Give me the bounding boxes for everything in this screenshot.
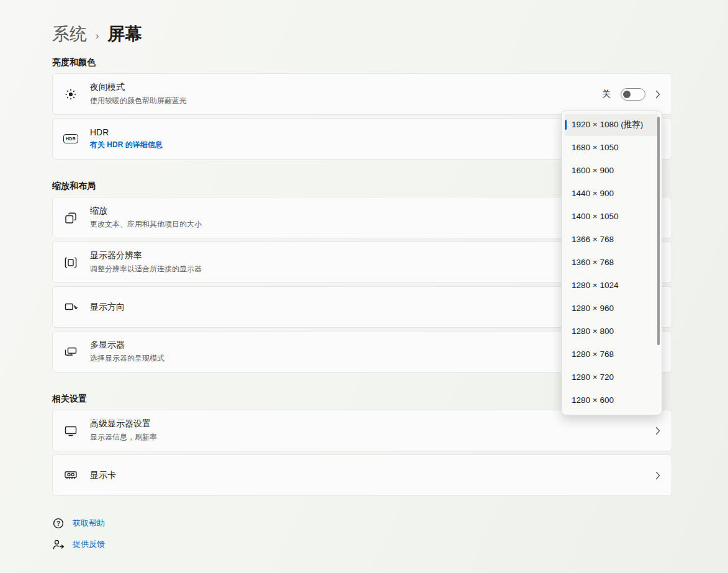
feedback-icon bbox=[52, 538, 65, 551]
give-feedback-label: 提供反馈 bbox=[73, 539, 105, 550]
resolution-option-label: 1920 × 1080 (推荐) bbox=[572, 120, 643, 129]
night-light-row[interactable]: 夜间模式 使用较暖的颜色帮助屏蔽蓝光 关 bbox=[52, 73, 672, 115]
night-light-subtitle: 使用较暖的颜色帮助屏蔽蓝光 bbox=[90, 96, 602, 106]
give-feedback-link[interactable]: 提供反馈 bbox=[52, 538, 672, 551]
resolution-flyout: 1920 × 1080 (推荐) 1680 × 1050 1600 × 900 … bbox=[561, 111, 662, 415]
chevron-right-icon bbox=[655, 90, 660, 99]
resolution-option-label: 1280 × 960 bbox=[572, 304, 614, 313]
resolution-option[interactable]: 1920 × 1080 (推荐) bbox=[565, 114, 658, 136]
resolution-option-label: 1280 × 1024 bbox=[572, 281, 618, 290]
resolution-option-label: 1366 × 768 bbox=[572, 235, 614, 244]
breadcrumb: 系统 › 屏幕 bbox=[52, 21, 672, 47]
night-light-title: 夜间模式 bbox=[90, 82, 602, 93]
svg-text:?: ? bbox=[56, 520, 60, 527]
graphics-card-row[interactable]: 显示卡 bbox=[52, 454, 672, 496]
resolution-option-label: 1280 × 720 bbox=[572, 372, 614, 382]
breadcrumb-system[interactable]: 系统 bbox=[52, 22, 87, 46]
night-light-icon bbox=[63, 88, 79, 101]
page-title: 屏幕 bbox=[107, 22, 142, 46]
orientation-icon bbox=[63, 300, 79, 314]
resolution-option[interactable]: 1280 × 720 bbox=[565, 366, 658, 389]
advanced-display-row[interactable]: 高级显示器设置 显示器信息，刷新率 bbox=[52, 410, 672, 451]
night-light-toggle-label: 关 bbox=[602, 89, 611, 100]
resolution-option[interactable]: 1280 × 960 bbox=[565, 297, 658, 320]
resolution-option-label: 1280 × 800 bbox=[572, 327, 614, 336]
advanced-display-subtitle: 显示器信息，刷新率 bbox=[90, 432, 655, 443]
resolution-option[interactable]: 1280 × 768 bbox=[565, 343, 658, 366]
resolution-option[interactable]: 1680 × 1050 bbox=[565, 137, 658, 159]
resolution-option-label: 1360 × 768 bbox=[572, 258, 614, 267]
resolution-option[interactable]: 1280 × 1024 bbox=[565, 274, 658, 297]
hdr-icon: HDR bbox=[63, 134, 79, 143]
advanced-display-title: 高级显示器设置 bbox=[90, 418, 655, 430]
resolution-option[interactable]: 1600 × 900 bbox=[565, 160, 658, 182]
graphics-card-icon bbox=[63, 469, 79, 482]
chevron-right-icon bbox=[655, 471, 660, 480]
resolution-option-label: 1280 × 768 bbox=[572, 350, 614, 359]
resolution-option-label: 1440 × 900 bbox=[572, 189, 614, 198]
night-light-toggle[interactable] bbox=[621, 88, 645, 101]
footer-links: ? 获取帮助 提供反馈 bbox=[52, 517, 672, 551]
resolution-option[interactable]: 1366 × 768 bbox=[565, 228, 658, 251]
advanced-display-icon bbox=[63, 424, 79, 438]
toggle-knob bbox=[623, 91, 631, 98]
multi-display-icon bbox=[63, 345, 79, 359]
graphics-card-title: 显示卡 bbox=[90, 470, 655, 481]
resolution-icon bbox=[63, 256, 79, 269]
scale-icon bbox=[63, 211, 79, 225]
resolution-option-label: 1280 × 600 bbox=[572, 395, 614, 405]
resolution-option-label: 1600 × 900 bbox=[572, 166, 614, 175]
resolution-option[interactable]: 1280 × 600 bbox=[565, 389, 658, 412]
get-help-label: 获取帮助 bbox=[73, 518, 105, 529]
section-brightness-color: 亮度和颜色 bbox=[52, 57, 672, 68]
flyout-scrollbar[interactable] bbox=[657, 117, 660, 345]
resolution-option[interactable]: 1400 × 1050 bbox=[565, 205, 658, 228]
resolution-option-label: 1400 × 1050 bbox=[572, 212, 618, 221]
chevron-right-icon bbox=[655, 426, 660, 435]
resolution-option[interactable]: 1280 × 800 bbox=[565, 320, 658, 343]
resolution-option[interactable]: 1360 × 768 bbox=[565, 251, 658, 274]
help-icon: ? bbox=[52, 517, 65, 530]
get-help-link[interactable]: ? 获取帮助 bbox=[52, 517, 672, 530]
resolution-option[interactable]: 1440 × 900 bbox=[565, 183, 658, 205]
resolution-flyout-list: 1920 × 1080 (推荐) 1680 × 1050 1600 × 900 … bbox=[565, 114, 658, 412]
breadcrumb-separator-icon: › bbox=[96, 27, 99, 42]
resolution-option-label: 1680 × 1050 bbox=[572, 143, 618, 152]
